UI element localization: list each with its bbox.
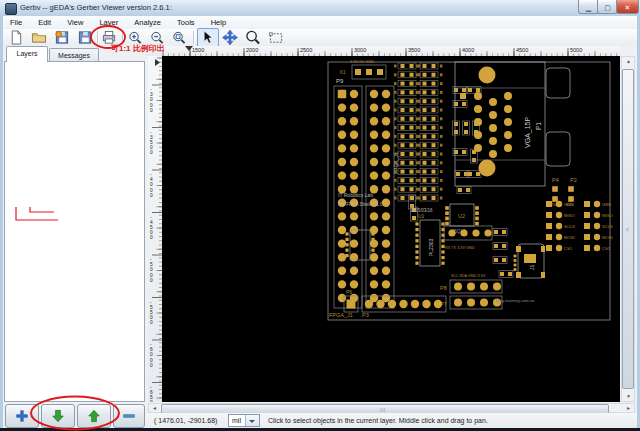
power-labels: 3.3V 5V GND	[350, 59, 374, 64]
p4-label: P4	[552, 177, 559, 183]
save-icon	[77, 30, 93, 45]
menu-analyze[interactable]: Analyze	[127, 16, 168, 27]
status-hint: Click to select objects in the current l…	[268, 417, 488, 424]
window-border-left	[0, 16, 3, 428]
svg-text:3000: 3000	[354, 47, 366, 53]
minus-icon	[123, 410, 136, 423]
menu-edit[interactable]: Edit	[31, 16, 58, 27]
svg-text:0: 0	[150, 150, 153, 155]
spi-cs1: CS1	[564, 246, 573, 251]
svg-text:1500: 1500	[192, 47, 204, 53]
vertical-ruler: -3000-3500-4000-4500-5000-5500-6000-6500	[148, 56, 162, 402]
pointer-icon	[199, 30, 215, 45]
fpga-j1-label: FPGA_J1	[329, 312, 353, 318]
canvas-v-scrollbar[interactable]: ▲ ▼ ≡	[621, 56, 635, 402]
spi-sclk: SCLK	[602, 224, 613, 229]
title-bar[interactable]: Gerbv -- gEDA's Gerber Viewer version 2.…	[0, 0, 640, 17]
save-as-icon	[54, 30, 70, 45]
minimize-button[interactable]: ▁	[578, 0, 599, 14]
close-button[interactable]: ✕	[616, 0, 639, 14]
layers-panel	[4, 61, 145, 402]
svg-text:0: 0	[150, 400, 153, 402]
svg-text:4000: 4000	[462, 47, 474, 53]
open-button[interactable]	[31, 30, 47, 45]
scl-labels: SCL SDA GND 3.3V	[451, 274, 486, 278]
svg-text:3500: 3500	[408, 47, 420, 53]
spi-sclk: SCLK	[564, 224, 575, 229]
p6-label: P6	[346, 289, 352, 295]
plus-icon	[16, 410, 29, 423]
down-arrow-icon	[52, 410, 65, 423]
tab-messages[interactable]: Messages	[49, 48, 99, 62]
open-folder-icon	[31, 30, 47, 45]
menu-view[interactable]: View	[60, 16, 90, 27]
silk-date-text: 2015/03/16	[410, 208, 433, 213]
rx-labels: RX TX 3.3V GND	[445, 246, 475, 250]
svg-text:2500: 2500	[300, 47, 312, 53]
tab-layers[interactable]: Layers	[6, 46, 48, 62]
svg-text:0: 0	[150, 278, 153, 283]
canvas-v-scrollbar-thumb[interactable]: ≡	[622, 69, 634, 389]
toolbar-separator	[97, 31, 99, 44]
units-dropdown-arrow-icon[interactable]	[245, 415, 259, 426]
status-bar: ( 1476.01, -2901.68) mil Click to select…	[146, 413, 637, 428]
menu-bar: File Edit View Layer Analyze Tools Help	[3, 16, 637, 30]
remove-layer-button[interactable]	[113, 404, 145, 428]
spi-mosi: MOSI	[564, 235, 575, 240]
url-text: blog.itraining.com.tw	[496, 298, 535, 303]
svg-text:0: 0	[150, 235, 153, 240]
p3-label: P3	[362, 312, 369, 318]
scroll-right-icon[interactable]: ►	[626, 406, 631, 411]
scroll-left-icon[interactable]: ◄	[152, 406, 157, 411]
app-icon	[5, 3, 17, 15]
annotation-print-note: 可1:1 比例印出	[111, 43, 165, 54]
p8-label: P8	[440, 285, 447, 291]
save-button[interactable]	[77, 30, 93, 45]
k1-label: K1	[340, 70, 346, 75]
new-file-button[interactable]	[8, 30, 24, 45]
zoom-tool-icon	[245, 30, 261, 45]
zoom-tool-button[interactable]	[245, 30, 261, 45]
silk-board-text: 5xx FPGA Shield V1.0	[338, 202, 383, 207]
move-layer-down-button[interactable]	[41, 404, 75, 428]
measure-tool-button[interactable]	[268, 30, 284, 45]
menu-file[interactable]: File	[3, 16, 29, 27]
maximize-button[interactable]: ▢	[597, 0, 618, 14]
horizontal-ruler: 150020002500300035004000450050005500	[162, 46, 620, 56]
pan-tool-button[interactable]	[222, 30, 238, 45]
pointer-tool-button[interactable]	[199, 30, 215, 45]
pcb-canvas[interactable]: P9 FPGA_J1 FPGA_J1 P3 3.3V 5V GND K1	[162, 56, 620, 402]
spi-miso: MISO	[602, 213, 613, 218]
close-icon: ✕	[625, 3, 631, 10]
menu-tools[interactable]: Tools	[170, 16, 202, 27]
window-title: Gerbv -- gEDA's Gerber Viewer version 2.…	[20, 3, 172, 12]
minimize-icon: ▁	[586, 3, 591, 10]
silk-lab-text: IT Robotics Lab	[338, 192, 373, 198]
toolbar-separator	[193, 31, 195, 44]
menu-help[interactable]: Help	[204, 16, 233, 27]
u2-label: U2	[458, 213, 465, 219]
measure-icon	[268, 30, 284, 45]
spi-miso: MISO	[564, 213, 575, 218]
zoom-fit-button[interactable]	[171, 30, 187, 45]
spi-gnd: GND	[602, 202, 611, 207]
save-as-button[interactable]	[54, 30, 70, 45]
spi-gnd: GND	[564, 202, 573, 207]
u1-part-label: PL2303	[428, 239, 434, 256]
cursor-coordinates: ( 1476.01, -2901.68)	[154, 417, 217, 424]
new-file-icon	[8, 30, 24, 45]
scroll-down-icon[interactable]: ▼	[626, 394, 631, 399]
canvas-h-scrollbar[interactable]: ◄ ► III	[148, 403, 635, 413]
svg-text:0: 0	[150, 193, 153, 198]
scroll-up-icon[interactable]: ▲	[626, 59, 631, 64]
menu-layer[interactable]: Layer	[92, 16, 125, 27]
u1-label: U1	[418, 213, 425, 219]
spi-mosi: MOSI	[602, 235, 613, 240]
spi-cs1: CS1	[602, 246, 611, 251]
add-layer-button[interactable]	[5, 404, 39, 428]
move-layer-up-button[interactable]	[77, 404, 111, 428]
svg-text:0: 0	[150, 320, 153, 325]
maximize-icon: ▢	[604, 3, 611, 10]
svg-text:0: 0	[150, 108, 153, 113]
units-combo[interactable]: mil	[228, 414, 260, 427]
